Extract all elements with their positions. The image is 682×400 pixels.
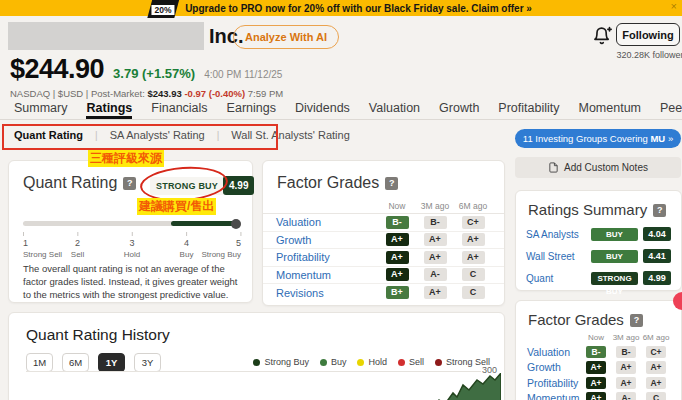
sa-analysts-link[interactable]: SA Analysts — [526, 229, 586, 240]
post-market-price: $243.93 — [147, 88, 181, 99]
tab-earnings[interactable]: Earnings — [227, 101, 276, 119]
range-6m-button[interactable]: 6M — [62, 353, 89, 372]
following-button[interactable]: Following — [616, 23, 680, 46]
grade-badge: A+ — [424, 251, 447, 264]
revisions-link[interactable]: Revisions — [276, 287, 379, 299]
momentum-link[interactable]: Momentum — [276, 269, 379, 281]
help-icon[interactable]: ? — [653, 204, 666, 217]
column-6m-ago: 6M ago — [455, 201, 491, 211]
scale-sell: 2Sell — [71, 232, 84, 259]
promo-banner-link[interactable]: Upgrade to PRO now for 20% off with our … — [185, 3, 532, 14]
sell-dot-icon — [398, 359, 405, 366]
quant-rating-badge: STRONG BUY — [150, 177, 224, 195]
tab-momentum[interactable]: Momentum — [578, 101, 641, 119]
help-icon[interactable]: ? — [385, 177, 398, 190]
arrow-right-icon: » — [668, 133, 673, 144]
investing-groups-button[interactable]: 11 Investing Groups Covering MU » — [515, 129, 681, 148]
rating-badge: BUY — [591, 250, 638, 263]
rating-slider-knob[interactable] — [231, 219, 241, 229]
table-row-growth: Growth A+ A+ A+ — [263, 232, 504, 250]
grade-badge: B- — [424, 216, 447, 229]
rating-scale: 1Strong Sell 2Sell 3Hold 4Buy 5Strong Bu… — [23, 232, 241, 264]
grade-badge: C+ — [462, 216, 485, 229]
followers-count: 320.28K followers — [616, 50, 682, 60]
tab-dividends[interactable]: Dividends — [295, 101, 350, 119]
tab-growth[interactable]: Growth — [439, 101, 479, 119]
help-icon[interactable]: ? — [123, 177, 136, 190]
strong-buy-dot-icon — [253, 359, 260, 366]
grade-badge: A+ — [586, 377, 606, 390]
momentum-link[interactable]: Momentum — [527, 392, 582, 400]
range-1y-button[interactable]: 1Y — [98, 353, 125, 372]
table-row-momentum: Momentum A+ A- C — [516, 391, 681, 400]
ratings-summary-rows: SA Analysts BUY 4.04 Wall Street BUY 4.4… — [516, 223, 681, 289]
discount-ribbon-icon: 20% — [147, 0, 179, 18]
quant-rating-card: Quant Rating? STRONG BUY 4.99 建議購買/售出 1S… — [8, 160, 253, 303]
profitability-link[interactable]: Profitability — [527, 377, 582, 389]
subtab-wall-st-analysts-rating[interactable]: Wall St. Analysts' Rating — [231, 129, 349, 141]
growth-link[interactable]: Growth — [276, 234, 379, 246]
grade-badge: A+ — [646, 377, 666, 390]
bell-plus-icon[interactable] — [592, 26, 612, 46]
price-block: $244.90 3.79 (+1.57%) 4:00 PM 11/12/25 — [10, 54, 282, 85]
subtab-quant-rating[interactable]: Quant Rating — [14, 129, 83, 141]
scale-buy: 4Buy — [180, 232, 194, 259]
close-icon[interactable]: × — [671, 0, 677, 12]
score-badge: 4.99 — [643, 271, 671, 285]
help-icon[interactable]: ? — [630, 314, 643, 327]
factor-grades-card: Factor Grades? Now 3M ago 6M ago Valuati… — [262, 160, 505, 306]
grade-badge: A+ — [424, 233, 447, 246]
table-header-row: Now 3M ago 6M ago — [516, 331, 681, 344]
column-now: Now — [582, 333, 610, 342]
discount-badge: 20% — [152, 5, 175, 15]
table-row-revisions: Revisions B+ A+ C — [263, 284, 504, 302]
table-row-momentum: Momentum A+ A- C — [263, 267, 504, 285]
grade-badge: C — [462, 268, 485, 281]
subtab-sa-analysts-rating[interactable]: SA Analysts' Rating — [110, 129, 205, 141]
column-6m-ago: 6M ago — [642, 333, 670, 342]
growth-link[interactable]: Growth — [527, 361, 582, 373]
grade-badge: A+ — [386, 268, 409, 281]
tab-valuation[interactable]: Valuation — [369, 101, 420, 119]
analyze-with-ai-button[interactable]: Analyze With AI — [233, 25, 339, 49]
range-1m-button[interactable]: 1M — [26, 353, 53, 372]
grade-badge: B- — [586, 346, 606, 359]
rating-slider-fill — [171, 221, 236, 226]
subtab-separator: | — [217, 130, 220, 141]
ratings-subtabs: Quant Rating | SA Analysts' Rating | Wal… — [14, 129, 350, 141]
grade-badge: A+ — [616, 361, 636, 374]
ticker-symbol: MU — [650, 133, 665, 144]
column-now: Now — [379, 201, 415, 211]
grade-badge: A- — [424, 268, 447, 281]
grade-badge: A- — [616, 392, 636, 400]
ratings-summary-card: Ratings Summary? SA Analysts BUY 4.04 Wa… — [515, 190, 682, 291]
table-row-valuation: Valuation B- B- C+ — [263, 214, 504, 232]
strong-sell-dot-icon — [435, 359, 442, 366]
valuation-link[interactable]: Valuation — [276, 216, 379, 228]
quant-link[interactable]: Quant — [526, 273, 586, 284]
legend-hold: Hold — [357, 357, 387, 367]
valuation-link[interactable]: Valuation — [527, 346, 582, 358]
summary-row-wall-street: Wall Street BUY 4.41 — [516, 245, 681, 267]
tab-financials[interactable]: Financials — [151, 101, 207, 119]
grade-badge: A+ — [386, 251, 409, 264]
grade-badge: C — [646, 392, 666, 400]
grade-badge: A+ — [586, 392, 606, 400]
table-row-valuation: Valuation B- B- C+ — [516, 344, 681, 360]
tab-ratings[interactable]: Ratings — [86, 101, 132, 119]
tab-summary[interactable]: Summary — [14, 101, 67, 119]
wall-street-link[interactable]: Wall Street — [526, 251, 586, 262]
tab-profitability[interactable]: Profitability — [498, 101, 559, 119]
summary-row-sa-analysts: SA Analysts BUY 4.04 — [516, 223, 681, 245]
price-change: 3.79 (+1.57%) — [113, 66, 195, 81]
history-title: Quant Rating History — [26, 326, 170, 343]
promo-banner: 20% Upgrade to PRO now for 20% off with … — [0, 0, 682, 16]
market-meta: NASDAQ | $USD | Post-Market: $243.93 -0.… — [10, 88, 283, 99]
range-3y-button[interactable]: 3Y — [134, 353, 161, 372]
add-custom-notes-button[interactable]: Add Custom Notes — [515, 157, 681, 178]
grade-badge: B+ — [386, 286, 409, 299]
add-custom-notes-label: Add Custom Notes — [564, 162, 648, 173]
profitability-link[interactable]: Profitability — [276, 251, 379, 263]
tab-peers[interactable]: Peers — [660, 101, 682, 119]
column-3m-ago: 3M ago — [415, 201, 455, 211]
